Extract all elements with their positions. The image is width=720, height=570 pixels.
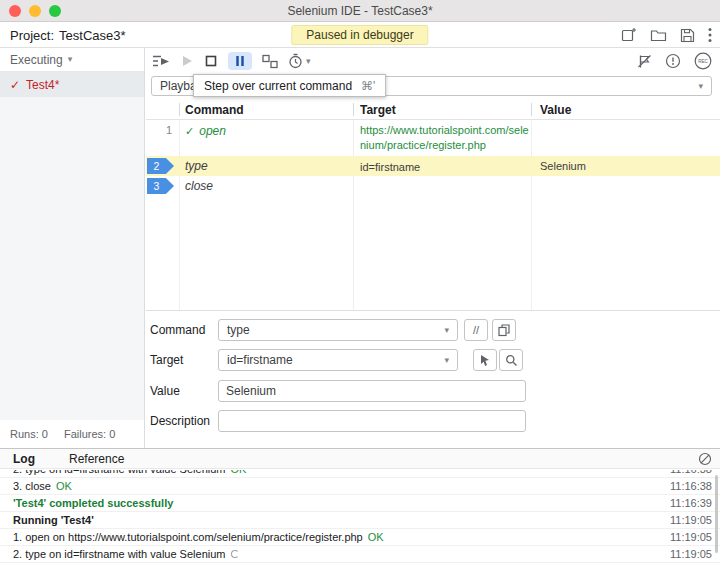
titlebar: Selenium IDE - TestCase3* xyxy=(0,0,720,22)
tooltip-text: Step over current command xyxy=(204,79,352,93)
command-dropdown[interactable]: type ▾ xyxy=(218,319,458,341)
test-name: Test4* xyxy=(26,78,59,92)
value-input[interactable] xyxy=(218,380,526,402)
disable-breakpoints-icon[interactable] xyxy=(637,54,652,69)
project-title: Project: TestCase3* xyxy=(10,22,126,48)
breakpoint-badge[interactable]: 2 xyxy=(147,158,174,174)
column-header-value: Value xyxy=(540,103,571,117)
command-cell: open xyxy=(199,124,226,138)
window-title: Selenium IDE - TestCase3* xyxy=(287,4,432,18)
value-cell: Selenium xyxy=(540,160,586,172)
log-tab-bar: Log Reference xyxy=(0,449,720,469)
row-number: 1 xyxy=(146,124,172,136)
pause-on-exceptions-icon[interactable] xyxy=(665,53,681,69)
command-dropdown-value: type xyxy=(227,323,250,337)
cursor-icon xyxy=(479,354,491,367)
toggle-comment-button[interactable]: // xyxy=(464,319,488,341)
target-cell: id=firstname xyxy=(360,160,532,175)
log-list: 2. type on id=firstname with value Selen… xyxy=(0,470,720,570)
comment-slashes-icon: // xyxy=(473,324,479,336)
find-target-button[interactable] xyxy=(499,349,523,371)
log-entry: 3. close OK 11:16:38 xyxy=(0,478,720,495)
target-field-label: Target xyxy=(150,348,183,372)
command-field-label: Command xyxy=(150,318,205,342)
column-header-target: Target xyxy=(360,103,396,117)
log-panel: Log Reference 2. type on id=firstname wi… xyxy=(0,448,720,570)
log-entry: Running 'Test4' 11:19:05 xyxy=(0,512,720,529)
step-over-tooltip: Step over current command ⌘' xyxy=(193,74,386,97)
test-list-item-test4[interactable]: ✓ Test4* xyxy=(0,72,144,97)
tab-log[interactable]: Log xyxy=(13,452,35,466)
chevron-down-icon: ▾ xyxy=(68,55,73,64)
select-target-button[interactable] xyxy=(473,349,497,371)
tests-sidebar: Executing ▾ ✓ Test4* Runs: 0 Failures: 0 xyxy=(0,48,145,448)
traffic-lights xyxy=(9,5,61,17)
stop-icon[interactable] xyxy=(204,50,218,72)
pause-icon[interactable] xyxy=(228,52,252,70)
tests-dropdown[interactable]: Executing ▾ xyxy=(0,48,144,72)
description-field-label: Description xyxy=(150,409,210,433)
run-current-test-icon[interactable] xyxy=(180,50,194,72)
runs-count: Runs: 0 xyxy=(10,428,48,440)
toolbar-right-group: REC xyxy=(637,52,720,70)
target-dropdown[interactable]: id=firstname ▾ xyxy=(218,349,458,371)
command-cell: type xyxy=(185,159,208,173)
table-row-current[interactable]: 2 type id=firstname Selenium xyxy=(146,156,720,176)
copy-command-button[interactable] xyxy=(492,319,516,341)
target-dropdown-value: id=firstname xyxy=(227,353,293,367)
tab-reference[interactable]: Reference xyxy=(69,452,124,466)
description-input[interactable] xyxy=(218,410,526,432)
playback-toolbar: ▾ REC xyxy=(146,48,720,74)
record-button[interactable]: REC xyxy=(694,52,712,70)
target-cell: https://www.tutorialspoint.com/selenium/… xyxy=(360,123,532,153)
description-field-row: Description xyxy=(146,409,720,433)
log-entry: 'Test4' completed successfully 11:16:39 xyxy=(0,495,720,512)
target-field-row: Target id=firstname ▾ xyxy=(146,348,720,372)
tests-dropdown-label: Executing xyxy=(10,53,63,67)
step-over-icon[interactable] xyxy=(262,50,278,72)
spinner-icon xyxy=(231,550,239,558)
breakpoint-badge[interactable]: 3 xyxy=(147,178,174,194)
column-separator[interactable] xyxy=(531,103,532,116)
project-name: TestCase3* xyxy=(59,28,125,43)
command-field-row: Command type ▾ // xyxy=(146,318,720,342)
run-stats: Runs: 0 Failures: 0 xyxy=(0,420,144,448)
new-test-icon[interactable] xyxy=(621,27,637,43)
open-project-folder-icon[interactable] xyxy=(650,27,667,43)
failures-count: Failures: 0 xyxy=(64,428,115,440)
clear-log-icon[interactable] xyxy=(698,452,712,466)
save-project-icon[interactable] xyxy=(680,28,695,43)
table-row[interactable]: 3 close xyxy=(146,176,720,196)
value-field-label: Value xyxy=(150,379,180,403)
log-entry: 1. open on https://www.tutorialspoint.co… xyxy=(0,529,720,546)
selenium-ide-window: Selenium IDE - TestCase3* Project: TestC… xyxy=(0,0,720,570)
column-header-command: Command xyxy=(185,103,244,117)
search-icon xyxy=(505,354,518,367)
app-header: Project: TestCase3* Paused in debugger xyxy=(0,22,720,48)
chevron-down-icon: ▾ xyxy=(444,356,449,365)
test-check-icon: ✓ xyxy=(10,78,20,92)
chevron-down-icon: ▾ xyxy=(698,82,703,91)
test-speed-icon[interactable]: ▾ xyxy=(288,50,311,72)
minimize-window-button[interactable] xyxy=(29,5,41,17)
copy-icon xyxy=(498,324,510,337)
log-scrollbar[interactable] xyxy=(715,475,718,553)
command-table-header: Command Target Value xyxy=(146,100,720,120)
command-table: 1 ✓ open https://www.tutorialspoint.com/… xyxy=(146,120,720,310)
column-separator[interactable] xyxy=(353,103,354,116)
log-entry: 2. type on id=firstname with value Selen… xyxy=(0,470,720,478)
log-entry: 2. type on id=firstname with value Selen… xyxy=(0,546,720,563)
command-editor: Command type ▾ // Target id=firstname ▾ xyxy=(146,311,720,448)
more-options-icon[interactable] xyxy=(708,27,712,43)
run-all-tests-icon[interactable] xyxy=(152,50,170,72)
command-cell: close xyxy=(185,179,213,193)
paused-in-debugger-banner: Paused in debugger xyxy=(291,25,428,45)
table-row[interactable]: 1 ✓ open https://www.tutorialspoint.com/… xyxy=(146,120,720,156)
value-field-row: Value xyxy=(146,379,720,403)
test-list: ✓ Test4* xyxy=(0,72,144,420)
close-window-button[interactable] xyxy=(9,5,21,17)
chevron-down-icon: ▾ xyxy=(306,57,311,66)
zoom-window-button[interactable] xyxy=(49,5,61,17)
project-actions xyxy=(621,22,712,48)
column-separator[interactable] xyxy=(179,103,180,116)
